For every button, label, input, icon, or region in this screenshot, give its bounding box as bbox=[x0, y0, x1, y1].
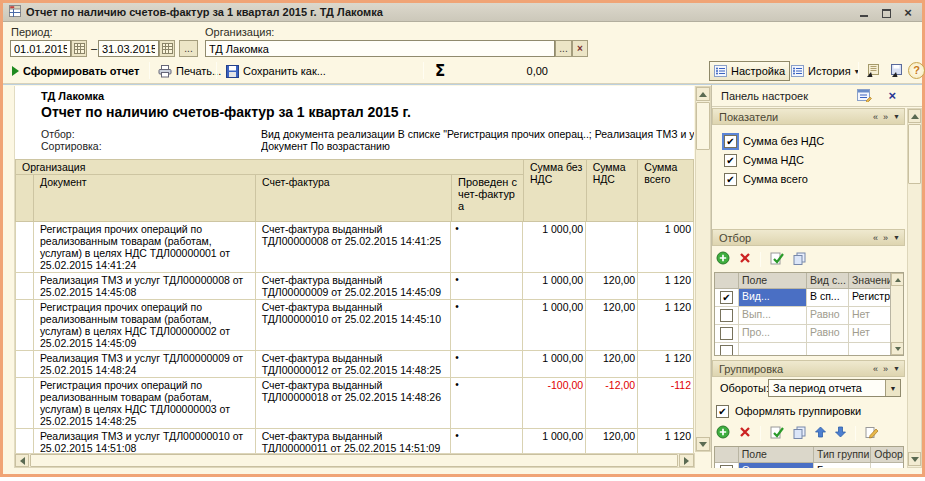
scroll-down-button[interactable] bbox=[891, 342, 904, 355]
period-from-input[interactable] bbox=[10, 40, 71, 57]
row-indent-cell[interactable] bbox=[15, 273, 33, 300]
table-row[interactable]: Реализация ТМЗ и услуг ТДЛ00000009 от 25… bbox=[15, 351, 694, 378]
table-row[interactable]: Реализация ТМЗ и услуг ТДЛ00000008 от 25… bbox=[15, 273, 694, 300]
save-settings-button[interactable] bbox=[884, 61, 907, 81]
delete-button[interactable] bbox=[739, 252, 751, 266]
posted-cell[interactable]: • bbox=[450, 351, 522, 378]
field-cell[interactable]: Вып... bbox=[739, 307, 807, 325]
checkbox[interactable]: ✔ bbox=[724, 135, 737, 148]
collapse-left-icon[interactable]: « bbox=[873, 364, 878, 374]
sum-total-cell[interactable]: 1 120 bbox=[637, 300, 694, 351]
field-cell[interactable]: Вид... bbox=[739, 289, 807, 307]
row-select-cell[interactable]: ✔ bbox=[715, 289, 739, 307]
sum-no-vat-cell[interactable]: 1 000,00 bbox=[522, 351, 585, 378]
turnovers-dropdown[interactable]: За период отчета ▼ bbox=[768, 379, 901, 397]
invoice-cell[interactable]: Счет-фактура выданный ТДЛ00000011 от 25.… bbox=[255, 429, 451, 453]
sum-vat-cell[interactable] bbox=[585, 222, 637, 273]
sum-no-vat-cell[interactable]: 1 000,00 bbox=[522, 222, 585, 273]
sum-total-cell[interactable]: 1 120 bbox=[637, 429, 694, 453]
sum-vat-cell[interactable]: 120,00 bbox=[585, 273, 637, 300]
filter-grid-scrollbar[interactable] bbox=[890, 273, 903, 355]
section-header-indicators[interactable]: Показатели « » ▼ bbox=[712, 108, 905, 125]
row-indent-cell[interactable] bbox=[15, 300, 33, 351]
period-more-button[interactable]: ... bbox=[179, 40, 198, 57]
settings-button[interactable]: Настройка bbox=[709, 61, 790, 81]
table-row[interactable]: Регистрация прочих операций по реализова… bbox=[15, 378, 694, 429]
uncheck-all-button[interactable] bbox=[793, 426, 806, 441]
row-select-cell[interactable] bbox=[715, 325, 739, 343]
posted-cell[interactable]: • bbox=[450, 429, 522, 453]
panel-scroll-thumb[interactable] bbox=[908, 124, 921, 184]
row-select-cell[interactable]: ✔ bbox=[715, 463, 739, 468]
maximize-button[interactable] bbox=[879, 6, 893, 19]
scroll-down-button[interactable] bbox=[908, 452, 921, 466]
panel-settings-button[interactable] bbox=[854, 87, 874, 105]
value-cell[interactable] bbox=[849, 343, 892, 356]
generate-report-button[interactable]: Сформировать отчет bbox=[8, 61, 143, 81]
section-header-filter[interactable]: Отбор « » ▼ bbox=[712, 229, 905, 246]
document-cell[interactable]: Реализация ТМЗ и услуг ТДЛ00000009 от 25… bbox=[33, 351, 255, 378]
indicator-item[interactable]: ✔Сумма всего bbox=[724, 171, 808, 187]
row-select-cell[interactable] bbox=[715, 307, 739, 325]
sum-no-vat-cell[interactable]: -100,00 bbox=[522, 378, 585, 429]
posted-cell[interactable]: • bbox=[450, 222, 522, 273]
sum-total-cell[interactable]: 1 120 bbox=[637, 351, 694, 378]
invoice-cell[interactable]: Счет-фактура выданный ТДЛ00000008 от 25.… bbox=[255, 222, 451, 273]
table-row[interactable]: Реализация ТМЗ и услуг ТДЛ00000010 от 25… bbox=[15, 429, 694, 453]
field-cell[interactable]: Про... bbox=[739, 325, 807, 343]
value-cell[interactable]: Регистр... bbox=[849, 289, 892, 307]
collapse-left-icon[interactable]: « bbox=[873, 233, 878, 243]
filter-grid-row[interactable]: Про...РавноНет bbox=[715, 325, 903, 343]
check-all-button[interactable] bbox=[770, 252, 784, 267]
move-up-button[interactable] bbox=[815, 426, 826, 440]
kind-cell[interactable]: Равно bbox=[807, 325, 849, 343]
vertical-scroll-thumb[interactable] bbox=[696, 102, 710, 150]
period-from-calendar-button[interactable] bbox=[71, 40, 87, 57]
type-cell[interactable]: Без групп bbox=[814, 463, 871, 468]
filter-grid-row[interactable]: Вып...РавноНет bbox=[715, 307, 903, 325]
field-cell[interactable]: Организац... bbox=[739, 463, 814, 468]
collapse-down-icon[interactable]: ▼ bbox=[893, 365, 900, 372]
section-header-grouping[interactable]: Группировка « » ▼ bbox=[712, 360, 905, 377]
period-to-calendar-button[interactable] bbox=[159, 40, 175, 57]
panel-vertical-scrollbar[interactable] bbox=[907, 108, 922, 468]
move-down-button[interactable] bbox=[835, 426, 846, 440]
sum-vat-cell[interactable]: 120,00 bbox=[585, 429, 637, 453]
row-indent-cell[interactable] bbox=[15, 429, 33, 453]
document-cell[interactable]: Регистрация прочих операций по реализова… bbox=[33, 222, 255, 273]
history-button[interactable]: История ▾ bbox=[787, 61, 863, 81]
invoice-cell[interactable]: Счет-фактура выданный ТДЛ00000012 от 25.… bbox=[255, 351, 451, 378]
kind-cell[interactable]: В сп... bbox=[807, 289, 849, 307]
table-vertical-scrollbar[interactable] bbox=[695, 86, 711, 452]
period-to-input[interactable] bbox=[98, 40, 159, 57]
invoice-cell[interactable]: Счет-фактура выданный ТДЛ00000010 от 25.… bbox=[255, 300, 451, 351]
organization-select-button[interactable]: ... bbox=[555, 40, 572, 57]
indicator-item[interactable]: ✔Сумма НДС bbox=[724, 152, 804, 168]
collapse-right-icon[interactable]: » bbox=[883, 112, 888, 122]
posted-cell[interactable]: • bbox=[450, 273, 522, 300]
table-horizontal-scrollbar[interactable] bbox=[14, 453, 695, 468]
row-indent-cell[interactable] bbox=[15, 378, 33, 429]
add-button[interactable] bbox=[716, 251, 730, 267]
checkbox[interactable]: ✔ bbox=[720, 291, 733, 304]
dropdown-button[interactable]: ▼ bbox=[885, 380, 900, 396]
minimize-button[interactable] bbox=[857, 6, 871, 19]
scroll-up-button[interactable] bbox=[891, 273, 904, 286]
format-cell[interactable] bbox=[871, 463, 903, 468]
check-all-button[interactable] bbox=[770, 426, 784, 441]
collapse-right-icon[interactable]: » bbox=[883, 233, 888, 243]
sum-total-cell[interactable]: 1 000 bbox=[637, 222, 694, 273]
collapse-down-icon[interactable]: ▼ bbox=[893, 113, 900, 120]
checkbox[interactable]: ✔ bbox=[724, 154, 737, 167]
load-settings-button[interactable] bbox=[861, 61, 884, 81]
invoice-cell[interactable]: Счет-фактура выданный ТДЛ00000018 от 25.… bbox=[255, 378, 451, 429]
table-row[interactable]: Регистрация прочих операций по реализова… bbox=[15, 222, 694, 273]
row-select-cell[interactable] bbox=[715, 343, 739, 356]
invoice-cell[interactable]: Счет-фактура выданный ТДЛ00000009 от 25.… bbox=[255, 273, 451, 300]
kind-cell[interactable] bbox=[807, 343, 849, 356]
document-cell[interactable]: Реализация ТМЗ и услуг ТДЛ00000008 от 25… bbox=[33, 273, 255, 300]
sum-vat-cell[interactable]: 120,00 bbox=[585, 300, 637, 351]
collapse-down-icon[interactable]: ▼ bbox=[893, 234, 900, 241]
horizontal-scroll-thumb[interactable] bbox=[30, 454, 678, 467]
filter-grid-row[interactable] bbox=[715, 343, 903, 356]
